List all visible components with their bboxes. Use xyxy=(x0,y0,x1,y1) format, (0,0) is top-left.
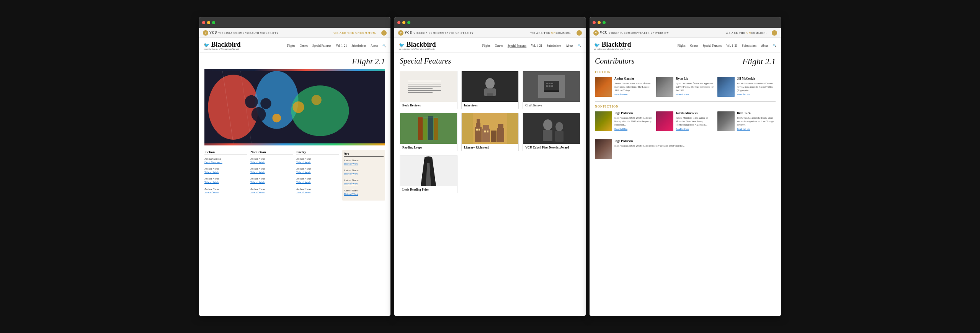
jill-mccorkle-read-more[interactable]: Read full bio xyxy=(737,93,776,96)
nav2-submissions[interactable]: Submissions xyxy=(547,44,561,47)
nav3-flights[interactable]: Flights xyxy=(678,44,686,47)
svg-rect-24 xyxy=(551,85,553,87)
poetry-title-2[interactable]: Title of Work xyxy=(296,171,339,174)
fiction-author-2: Author Name xyxy=(204,167,247,171)
nav2-genres[interactable]: Genres xyxy=(495,44,503,47)
inge-pedersen-read-more[interactable]: Read full bio xyxy=(614,127,653,130)
maximize-button-3[interactable] xyxy=(603,21,606,24)
svg-point-45 xyxy=(543,119,552,130)
blackbird-logo-1[interactable]: 🐦 Blackbird an online journal of literat… xyxy=(204,41,241,50)
blackbird-subtitle-2: an online journal of literature and the … xyxy=(399,48,436,50)
nav-search-icon[interactable]: 🔍 xyxy=(382,44,386,47)
vcu-logo-1[interactable]: V VCU VIRGINIA COMMONWEALTH UNIVERSITY xyxy=(203,30,278,36)
art-title-4[interactable]: Title of Work xyxy=(344,193,384,196)
interviews-label: Interviews xyxy=(462,102,519,109)
close-button-3[interactable] xyxy=(593,21,596,24)
nav2-search-icon[interactable]: 🔍 xyxy=(578,44,581,47)
maximize-button[interactable] xyxy=(212,21,215,24)
art-title-1[interactable]: Title of Work xyxy=(344,162,384,166)
jill-mccorkle-photo xyxy=(717,77,735,97)
fiction-section-label: FICTION xyxy=(595,70,776,74)
card-craft-essays[interactable]: Craft Essays xyxy=(523,71,580,109)
nav2-about[interactable]: About xyxy=(566,44,573,47)
art-item-2: Author Name Title of Work xyxy=(344,169,384,176)
screen-container: V VCU VIRGINIA COMMONWEALTH UNIVERSITY W… xyxy=(191,2,789,331)
browser-toolbar-1 xyxy=(199,17,390,28)
jiyun-liu-read-more[interactable]: Read full bio xyxy=(676,93,714,96)
nav-flights[interactable]: Flights xyxy=(287,44,295,47)
svg-rect-18 xyxy=(544,90,559,92)
poetry-title-3[interactable]: Title of Work xyxy=(296,181,339,184)
vcu-subtitle-2: VIRGINIA COMMONWEALTH UNIVERSITY xyxy=(413,32,474,34)
hero-image-1 xyxy=(204,69,385,145)
nav2-special-features[interactable]: Special Features xyxy=(508,44,526,47)
close-button[interactable] xyxy=(202,21,205,24)
fiction-item-4: Author Name Title of Work xyxy=(204,188,247,194)
nav-about[interactable]: About xyxy=(371,44,378,47)
card-reading-loops[interactable]: Reading Loops xyxy=(400,113,457,151)
jamila-minnicks-photo xyxy=(656,111,673,131)
nonfiction-title-4[interactable]: Title of Work xyxy=(250,191,293,194)
nav2-flights[interactable]: Flights xyxy=(482,44,490,47)
nav3-special-features[interactable]: Special Features xyxy=(703,44,722,47)
nonfiction-header: Nonfiction xyxy=(250,150,293,155)
vcu-header-2: V VCU VIRGINIA COMMONWEALTH UNIVERSITY W… xyxy=(394,28,586,38)
nonfiction-title-3[interactable]: Title of Work xyxy=(250,181,293,184)
poetry-title-4[interactable]: Title of Work xyxy=(296,191,339,194)
close-button-2[interactable] xyxy=(397,21,400,24)
additional-contributor-row: Inge Pedersen Inge Pedersen (1936–2018) … xyxy=(595,139,776,159)
card-vcu-cabell[interactable]: VCU Cabell First Novelist Award xyxy=(523,113,580,151)
poetry-item-4: Author Name Title of Work xyxy=(296,188,339,194)
card-interviews[interactable]: Interviews xyxy=(461,71,519,109)
nonfiction-title-2[interactable]: Title of Work xyxy=(250,171,293,174)
poetry-column: Poetry Author Name Title of Work Author … xyxy=(296,150,339,201)
fiction-title-2[interactable]: Title of Work xyxy=(204,171,247,174)
nav3-about[interactable]: About xyxy=(761,44,768,47)
nav2-vol[interactable]: Vol. 1–21 xyxy=(531,44,542,47)
bill-uren-photo xyxy=(717,111,735,131)
art-title-3[interactable]: Title of Work xyxy=(344,182,384,186)
fiction-title-1[interactable]: Don't Mention It xyxy=(204,161,247,164)
vcu-subtitle: VIRGINIA COMMONWEALTH UNIVERSITY xyxy=(218,32,278,34)
blackbird-logo-2[interactable]: 🐦 Blackbird an online journal of literat… xyxy=(399,41,436,50)
nav3-vol[interactable]: Vol. 1–21 xyxy=(726,44,737,47)
vcu-logo-2[interactable]: V VCU VIRGINIA COMMONWEALTH UNIVERSITY xyxy=(398,30,474,36)
nav-genres[interactable]: Genres xyxy=(300,44,308,47)
nav3-search-icon[interactable]: 🔍 xyxy=(773,44,776,47)
page2-content: Special Features xyxy=(394,53,586,312)
fiction-title-4[interactable]: Title of Work xyxy=(204,191,247,194)
poetry-item-1: Author Name Title of Work xyxy=(296,157,339,164)
nav3-genres[interactable]: Genres xyxy=(690,44,698,47)
card-book-reviews[interactable]: Book Reviews xyxy=(400,71,457,109)
svg-point-8 xyxy=(292,101,304,113)
minimize-button-3[interactable] xyxy=(598,21,601,24)
blackbird-logo-3[interactable]: 🐦 Blackbird an online journal of literat… xyxy=(594,41,631,50)
blackbird-title-2: 🐦 Blackbird xyxy=(399,41,436,48)
maximize-button-2[interactable] xyxy=(407,21,410,24)
jamila-minnicks-info: Jamila Minnicks Jamila Minnicks is the a… xyxy=(676,111,714,130)
svg-rect-39 xyxy=(498,124,503,129)
svg-rect-29 xyxy=(434,118,438,140)
vcu-cabell-label: VCU Cabell First Novelist Award xyxy=(523,144,580,151)
vcu-profile-icon-2 xyxy=(577,30,582,36)
minimize-button[interactable] xyxy=(207,21,210,24)
svg-rect-48 xyxy=(555,131,564,142)
nav-submissions[interactable]: Submissions xyxy=(351,44,366,47)
bill-uren-read-more[interactable]: Read full bio xyxy=(737,127,776,130)
fiction-title-3[interactable]: Title of Work xyxy=(204,181,247,184)
svg-rect-23 xyxy=(549,85,550,87)
minimize-button-2[interactable] xyxy=(402,21,405,24)
poetry-title-1[interactable]: Title of Work xyxy=(296,161,339,164)
jamila-minnicks-read-more[interactable]: Read full bio xyxy=(676,127,714,130)
nav-vol[interactable]: Vol. 1–21 xyxy=(336,44,347,47)
amina-gautier-read-more[interactable]: Read full bio xyxy=(614,93,653,96)
hw-line xyxy=(408,88,433,89)
card-levis-reading-prize[interactable]: Levis Reading Prize xyxy=(400,155,457,193)
card-literary-richmond[interactable]: Literary Richmond xyxy=(461,113,519,151)
nav-special-features[interactable]: Special Features xyxy=(312,44,331,47)
svg-point-1 xyxy=(208,75,258,140)
art-title-2[interactable]: Title of Work xyxy=(344,172,384,176)
nav3-submissions[interactable]: Submissions xyxy=(742,44,756,47)
nonfiction-title-1[interactable]: Title of Work xyxy=(250,161,293,164)
vcu-logo-3[interactable]: V VCU VIRGINIA COMMONWEALTH UNIVERSITY xyxy=(593,30,669,36)
